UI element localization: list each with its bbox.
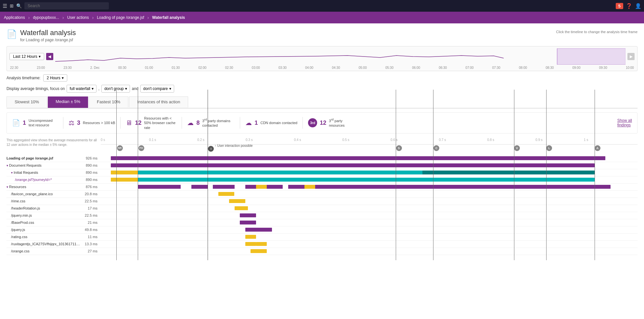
waterfall-rows: Loading of page /orange.jsf 926 ms	[6, 155, 638, 255]
grid-icon[interactable]: ⊞	[10, 3, 14, 8]
marker-S: S	[396, 145, 402, 151]
tab-instances[interactable]: Instances of this action	[129, 96, 188, 108]
wf-label-orange-jsf[interactable]: /orange.jsf?journeyId=*	[6, 178, 81, 182]
wf-label-header-rotation: /headerRotation.js	[6, 206, 81, 210]
metric-3rd-party-resources: 3rd 12 3rd party resources	[308, 118, 355, 128]
group-select[interactable]: don't group ▾	[101, 85, 130, 93]
user-icon[interactable]: 👤	[635, 3, 641, 9]
wf-label-favicon: /favicon_orange_plane.ico	[6, 192, 81, 196]
waterfall-note: This aggregated view shows the average m…	[6, 138, 101, 147]
wf-label-baseprod: /BaseProd.css	[6, 221, 81, 224]
breadcrumb-waterfall: Waterfall analysis	[149, 15, 188, 20]
wf-chart-baseprod	[100, 219, 638, 226]
compare-select[interactable]: don't compare ▾	[140, 85, 174, 93]
markers-row: NR FH ↑ User interaction possible I S C	[101, 145, 638, 154]
wf-row-resources: ▾ Resources 876 ms	[6, 184, 638, 191]
wf-chart-rime-css	[100, 198, 638, 205]
breadcrumb-applications[interactable]: Applications	[4, 15, 28, 20]
wf-row-rating-css: /rating.css 11 ms	[6, 234, 638, 241]
wf-row-orange-css: /orange.css 27 ms	[6, 248, 638, 255]
focus-select[interactable]: full waterfall ▾	[67, 85, 96, 93]
wf-chart-favicon	[100, 190, 638, 198]
metric-num-2: 3	[77, 120, 80, 126]
metric-badge-3rd: 3rd	[308, 118, 317, 127]
wf-duration-doc-requests: 890 ms	[81, 163, 100, 167]
page-title: Waterfall analysis	[20, 29, 76, 37]
display-prefix: Display average timings, focus on	[6, 86, 65, 91]
wf-chart-orange-css	[100, 248, 638, 255]
wf-chart-jquery-min	[100, 212, 638, 219]
marker-FH: FH	[138, 145, 144, 151]
notification-badge[interactable]: 5	[616, 3, 623, 9]
wf-chart-loading	[100, 155, 638, 162]
display-controls: Display average timings, focus on full w…	[6, 85, 638, 93]
marker-A: A	[595, 145, 600, 151]
timeline-hint: Click the timeline to change the analysi…	[556, 29, 638, 34]
timeline-range-btn[interactable]: Last 12 Hours ▾	[9, 53, 44, 60]
wf-row-jquery: /jquery.js 49.8 ms	[6, 226, 638, 234]
wf-label-jquery-min: /jquery.min.js	[6, 213, 81, 217]
wf-duration-jquery-min: 22.5 ms	[81, 213, 100, 217]
marker-V: V	[514, 145, 520, 151]
metric-scale-icon: ⚖	[69, 119, 74, 127]
analysis-timeframe-label: Analysis timeframe:	[6, 76, 41, 80]
wf-row-rime-css: /rime.css 22.5 ms	[6, 198, 638, 205]
wf-chart-doc-requests	[100, 162, 638, 169]
wf-row-ruxitagent: /ruxitagentjs_ICA27SVfhijqrx_10136171130…	[6, 241, 638, 248]
analysis-timeframe-row: Analysis timeframe: 2 Hours ▾	[6, 74, 638, 82]
wf-label-ruxitagent: /ruxitagentjs_ICA27SVfhijqrx_10136171130…	[6, 242, 81, 246]
wf-label-loading: Loading of page /orange.jsf	[6, 156, 81, 160]
timeline-graph[interactable]	[55, 48, 625, 65]
wf-label-doc-requests[interactable]: ▾ Document Requests	[6, 163, 81, 167]
wf-label-resources[interactable]: ▾ Resources	[6, 185, 81, 189]
metric-num-3: 12	[135, 120, 141, 126]
page-subtitle: for Loading of page /orange.jsf	[20, 38, 76, 42]
page-title-area: 📄 Waterfall analysis for Loading of page…	[6, 29, 638, 42]
wf-chart-jquery	[100, 226, 638, 233]
wf-label-jquery: /jquery.js	[6, 228, 81, 232]
metric-resources-100kb: ⚖ 3 Resources > 100 kB	[69, 119, 115, 127]
metric-cdn: ☁ 1 CDN domain contacted	[245, 119, 297, 127]
wf-row-loading: Loading of page /orange.jsf 926 ms	[6, 155, 638, 162]
tab-median[interactable]: Median ± 5%	[48, 96, 88, 108]
wf-duration-initial-requests: 890 ms	[81, 171, 100, 174]
wf-label-rating-css: /rating.css	[6, 235, 81, 239]
wf-row-baseprod: /BaseProd.css 21 ms	[6, 219, 638, 226]
breadcrumb-app-name[interactable]: dypopupbxxx...	[30, 15, 62, 20]
search-icon: 🔍	[16, 3, 22, 8]
marker-I: ↑ User interaction possible I	[208, 145, 214, 152]
metric-divider-3	[182, 117, 182, 129]
breadcrumb-user-actions[interactable]: User actions	[64, 15, 92, 20]
help-icon[interactable]: ❓	[626, 3, 632, 9]
wf-duration-favicon: 20.8 ms	[81, 192, 100, 196]
tab-slowest[interactable]: Slowest 10%	[6, 96, 47, 108]
wf-duration-rime-css: 22.5 ms	[81, 199, 100, 203]
metric-divider-1	[63, 117, 63, 129]
timeline-labels: 22:3023:0023:302. Dec00:3001:0001:3002:0…	[9, 66, 635, 70]
metric-num-1: 1	[23, 120, 26, 126]
analysis-timeframe-btn[interactable]: 2 Hours ▾	[43, 74, 67, 82]
timeline-back-btn[interactable]: ◀	[46, 53, 53, 60]
timeline-forward-btn[interactable]: ▶	[627, 53, 635, 60]
show-all-findings-link[interactable]: Show allfindings	[617, 118, 632, 127]
wf-label-initial-requests[interactable]: ▾ Initial Requests	[6, 171, 81, 174]
search-input[interactable]	[24, 2, 109, 9]
wf-row-header-rotation: /headerRotation.js 17 ms	[6, 205, 638, 212]
marker-C: C	[433, 145, 439, 151]
wf-duration-baseprod: 21 ms	[81, 221, 100, 224]
metric-3rd-party-domains: ☁ 8 3rd party domains contacted	[187, 118, 235, 128]
wf-duration-rating-css: 11 ms	[81, 235, 100, 239]
breadcrumb: Applications › dypopupbxxx... › User act…	[0, 12, 644, 23]
display-and: and	[132, 86, 138, 91]
wf-bar-loading-purple	[111, 156, 605, 160]
metric-num-4: 8	[196, 120, 200, 126]
svg-rect-0	[557, 48, 625, 65]
menu-icon[interactable]: ☰	[3, 3, 7, 9]
wf-chart-rating-css	[100, 233, 638, 240]
tab-fastest[interactable]: Fastest 10%	[89, 96, 128, 108]
marker-NR: NR	[117, 145, 123, 151]
metric-num-6: 12	[320, 120, 326, 126]
wf-row-jquery-min: /jquery.min.js 22.5 ms	[6, 212, 638, 219]
waterfall-container: This aggregated view shows the average m…	[6, 138, 638, 255]
breadcrumb-loading[interactable]: Loading of page /orange.jsf	[94, 15, 147, 20]
